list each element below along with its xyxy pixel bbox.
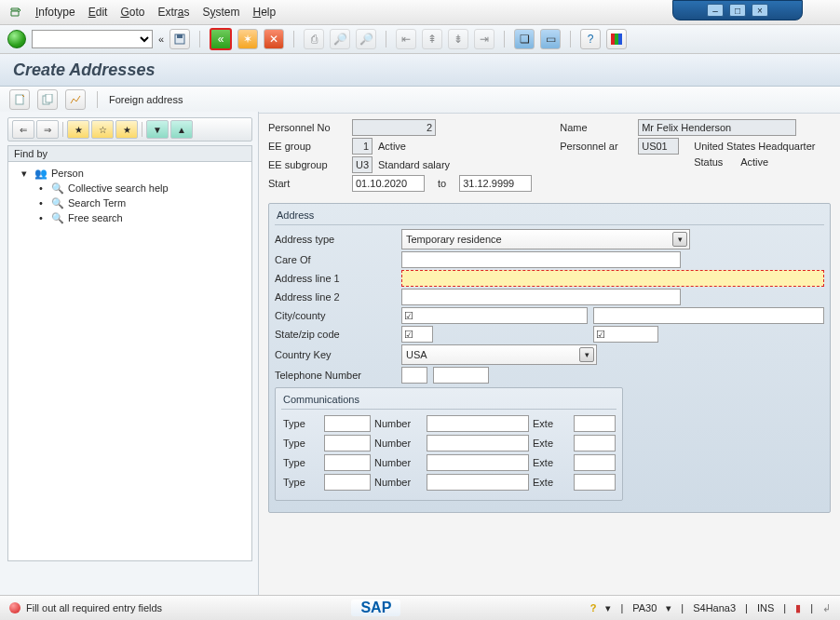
start-label: Start [268,178,346,189]
close-button[interactable]: × [752,4,768,17]
tree-node-searchterm[interactable]: • 🔍 Search Term [14,195,246,210]
menu-goto[interactable]: Goto [120,6,144,20]
addr1-field[interactable] [401,270,824,287]
tree-node-collective[interactable]: • 🔍 Collective search help [14,181,246,195]
expand-button[interactable]: ▼ [146,120,169,139]
name-field: Mr Felix Henderson [638,119,796,136]
comm-number-field[interactable] [427,474,529,491]
phone-label: Telephone Number [275,370,396,381]
comm-type-field[interactable] [324,474,371,491]
status-graph-icon[interactable]: ▮ [795,602,801,614]
tree-node-person[interactable]: ▾ 👥 Person [14,166,246,181]
comm-number-field[interactable] [427,454,529,471]
back-button[interactable]: « [210,28,232,50]
window-controls: – □ × [672,0,803,20]
addr2-field[interactable] [401,289,681,305]
double-left-icon: « [158,34,164,45]
last-page-button[interactable]: ⇥ [474,29,495,49]
status-arrow-icon[interactable]: ↲ [822,602,831,614]
nav-back-button[interactable]: ⇐ [12,120,34,139]
nav-forward-button[interactable]: ⇒ [36,120,59,139]
comm-number-field[interactable] [427,415,529,432]
chevron-down-icon: ▾ [672,232,687,247]
communications-group: Communications Type Number Exte Type Num… [275,387,623,501]
ee-subgroup-label: EE subgroup [268,159,346,170]
transaction-code[interactable]: PA30 [632,602,657,613]
cancel-button[interactable]: ✕ [264,29,284,49]
prev-page-button[interactable]: ⇞ [422,29,442,49]
comm-ext-field[interactable] [574,454,616,471]
comm-ext-field[interactable] [574,435,616,452]
zip-field[interactable]: ☑ [593,326,658,343]
find-next-button[interactable]: 🔎 [356,29,376,49]
comm-type-label: Type [283,418,320,429]
personnel-no-label: Personnel No [268,122,346,133]
ee-group-label: EE group [268,141,346,152]
state-field[interactable]: ☑ [401,326,433,343]
tree-node-freesearch[interactable]: • 🔍 Free search [14,210,246,225]
maximize-button[interactable]: □ [729,4,746,17]
ee-group-field: 1 [352,138,373,155]
bullet-icon: • [34,211,47,224]
phone-area-field[interactable] [401,367,427,384]
address-group-title: Address [275,208,824,225]
phone-number-field[interactable] [433,367,489,384]
shortcut-button[interactable]: ▭ [540,29,561,49]
main-area: Personnel No 2 EE group 1 Active EE subg… [259,112,840,596]
foreign-address-link[interactable]: Foreign address [109,94,183,105]
country-select[interactable]: USA ▾ [401,344,597,365]
address-group: Address Address type Temporary residence… [268,203,831,513]
next-page-button[interactable]: ⇟ [448,29,468,49]
create-button[interactable] [9,89,30,110]
comm-ext-field[interactable] [574,474,616,491]
bullet-icon: • [34,196,47,209]
county-field[interactable] [593,307,824,324]
minimize-button[interactable]: – [707,4,724,17]
svg-rect-3 [615,34,618,45]
menu-help[interactable]: Help [253,6,277,20]
country-label: Country Key [275,349,396,360]
system-id: S4Hana3 [693,602,736,613]
comm-ext-field[interactable] [574,415,616,432]
first-page-button[interactable]: ⇤ [396,29,416,49]
new-session-button[interactable]: ❏ [514,29,535,49]
collapse-button[interactable]: ▲ [170,120,193,139]
fav-del-button[interactable]: ★ [115,120,138,139]
help-button[interactable]: ? [580,29,601,49]
fav-add-button[interactable]: ★ [67,120,89,139]
insert-mode: INS [757,602,774,613]
end-date-field[interactable]: 31.12.9999 [459,175,532,192]
overview-button[interactable] [65,89,86,110]
city-label: City/county [275,310,396,321]
menu-infotype[interactable]: Infotype [35,6,75,20]
city-field[interactable]: ☑ [401,307,588,324]
find-button[interactable]: 🔎 [330,29,350,49]
comm-number-field[interactable] [427,435,529,452]
menu-extras[interactable]: Extras [157,6,189,20]
enter-button[interactable] [7,30,26,48]
personnel-area-label: Personnel ar [560,141,632,152]
fav-button[interactable]: ☆ [91,120,114,139]
comm-type-field[interactable] [324,435,371,452]
ee-subgroup-text: Standard salary [378,159,450,170]
comm-type-field[interactable] [324,415,371,432]
findby-tree[interactable]: ▾ 👥 Person • 🔍 Collective search help • … [7,162,252,561]
menu-edit[interactable]: Edit [88,6,108,20]
status-text: Active [740,156,768,168]
save-button[interactable] [169,29,190,49]
help-icon[interactable]: ? [590,602,597,613]
exit-button[interactable]: ✶ [237,29,258,49]
command-field-icon[interactable] [7,5,22,20]
menu-system[interactable]: System [202,6,239,20]
copy-button[interactable] [37,89,58,110]
personnel-no-field[interactable]: 2 [352,119,436,136]
address-type-select[interactable]: Temporary residence ▾ [401,229,690,249]
start-date-field[interactable]: 01.10.2020 [352,175,425,192]
print-button[interactable]: ⎙ [304,29,324,49]
to-label: to [438,178,446,189]
binoculars-icon: 🔍 [51,211,64,224]
comm-type-field[interactable] [324,454,371,471]
careof-field[interactable] [401,251,681,268]
command-field[interactable] [32,30,153,48]
layout-button[interactable] [606,29,627,49]
